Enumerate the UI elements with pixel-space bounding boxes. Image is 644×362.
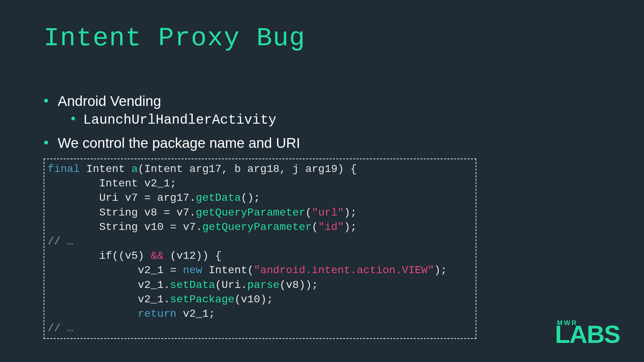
- code-token: (: [312, 221, 318, 233]
- code-token: &&: [151, 250, 163, 262]
- slide: Intent Proxy Bug Android Vending LaunchU…: [0, 0, 644, 362]
- code-token: [48, 308, 138, 320]
- code-token: Intent v2_1;: [48, 177, 176, 190]
- bullet-1: Android Vending LaunchUrlHandlerActivity: [44, 93, 600, 128]
- code-token: (v12)) {: [164, 250, 222, 262]
- code-token: v2_1.: [48, 279, 170, 291]
- bullet-list: Android Vending LaunchUrlHandlerActivity…: [44, 93, 600, 151]
- code-token: Uri v7 = arg17.: [48, 192, 196, 204]
- bullet-2: We control the package name and URI: [44, 135, 600, 151]
- code-token: getQueryParameter: [202, 221, 312, 233]
- code-token: (v10);: [234, 293, 273, 306]
- code-token: ();: [241, 192, 260, 204]
- code-token: final: [48, 163, 80, 175]
- code-token: "url": [312, 206, 344, 219]
- code-token: if((v5): [48, 250, 151, 262]
- code-token: (v8));: [279, 279, 318, 291]
- code-token: (Uri.: [215, 279, 247, 291]
- sub-bullet-list: LaunchUrlHandlerActivity: [58, 113, 600, 128]
- code-token: v2_1;: [176, 308, 215, 320]
- code-token: String v10 = v7.: [48, 221, 202, 233]
- code-token: "android.intent.action.VIEW": [254, 264, 434, 277]
- slide-title: Intent Proxy Bug: [44, 23, 600, 53]
- code-comment: // …: [48, 235, 73, 248]
- code-block: final Intent a(Intent arg17, b arg18, j …: [44, 159, 476, 339]
- code-token: (: [305, 206, 312, 219]
- code-token: setData: [170, 279, 215, 291]
- code-token: v2_1.: [48, 293, 170, 306]
- sub-bullet-1: LaunchUrlHandlerActivity: [69, 113, 600, 128]
- code-token: new: [183, 264, 202, 277]
- code-token: );: [434, 264, 447, 277]
- code-token: parse: [247, 279, 279, 291]
- code-token: );: [344, 221, 357, 233]
- code-token: getData: [196, 192, 241, 204]
- mwr-labs-logo: MWR LABS: [555, 319, 620, 346]
- code-token: String v8 = v7.: [48, 206, 196, 219]
- code-token: setPackage: [170, 293, 234, 306]
- code-comment: // …: [48, 322, 73, 335]
- code-token: );: [344, 206, 357, 219]
- logo-bottom-text: LABS: [555, 323, 620, 346]
- code-token: Intent: [80, 163, 131, 175]
- code-token: v2_1 =: [48, 264, 183, 277]
- code-token: a: [131, 163, 138, 175]
- code-token: return: [138, 308, 176, 320]
- code-token: "id": [318, 221, 344, 233]
- bullet-1-text: Android Vending: [58, 93, 161, 109]
- code-token: Intent(: [202, 264, 254, 277]
- code-token: (Intent arg17, b arg18, j arg19) {: [138, 163, 357, 175]
- code-token: getQueryParameter: [196, 206, 305, 219]
